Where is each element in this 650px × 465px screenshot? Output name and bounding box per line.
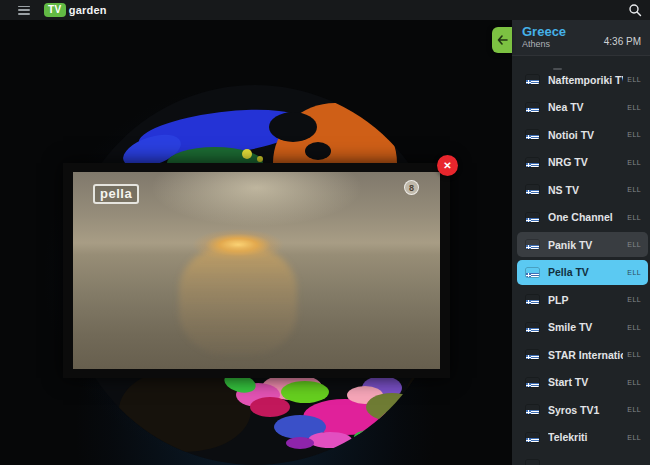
video-player: ✕ pella 8	[63, 163, 450, 378]
greek-flag-icon	[526, 405, 539, 414]
brand-logo[interactable]: TV garden	[44, 3, 107, 17]
app-screen: TV garden ✕ pella 8 Greece Athens 4:36 P…	[0, 0, 650, 465]
greek-flag-icon	[526, 323, 539, 332]
greek-flag-icon	[526, 268, 539, 277]
channel-name: PLP	[548, 294, 623, 306]
greek-flag-icon	[526, 185, 539, 194]
greek-flag-icon	[526, 213, 539, 222]
channel-row[interactable]: NRG TV ELL	[517, 150, 648, 175]
close-icon[interactable]: ✕	[437, 155, 458, 176]
local-time: 4:36 PM	[604, 36, 641, 47]
channel-name: NRG TV	[548, 156, 623, 168]
channel-list[interactable]: Naftemporiki TV ELL Nea TV ELL	[512, 56, 650, 465]
channel-name: Notioi TV	[548, 129, 623, 141]
channel-lang: ELL	[627, 296, 641, 303]
brand-garden-label: garden	[69, 4, 107, 16]
channel-name: Pella TV	[548, 266, 623, 278]
channel-lang: ELL	[627, 159, 641, 166]
channel-name: Naftemporiki TV	[548, 74, 623, 86]
channel-row[interactable]: Syros TV1 ELL	[517, 397, 648, 422]
greek-flag-icon	[526, 158, 539, 167]
channel-name: Smile TV	[548, 321, 623, 333]
greek-flag-icon	[526, 378, 539, 387]
sidebar-collapse-button[interactable]	[492, 27, 512, 53]
search-icon[interactable]	[628, 3, 642, 17]
channel-lang: ELL	[627, 269, 641, 276]
greek-flag-icon	[526, 350, 539, 359]
channel-name: NS TV	[548, 184, 623, 196]
greek-flag-icon	[526, 433, 539, 442]
channel-row[interactable]: Notioi TV ELL	[517, 122, 648, 147]
channel-row[interactable]: PLP ELL	[517, 287, 648, 312]
channel-row[interactable]: Pella TV ELL	[517, 260, 648, 285]
back-arrow-icon	[497, 35, 508, 45]
greek-flag-icon	[526, 240, 539, 249]
channel-lang: ELL	[627, 76, 641, 83]
channel-lang: ELL	[627, 406, 641, 413]
channel-lang: ELL	[627, 186, 641, 193]
channel-watermark: pella	[93, 184, 139, 204]
channel-lang: ELL	[627, 351, 641, 358]
channel-name: One Channel	[548, 211, 623, 223]
channel-row[interactable]: Smile TV ELL	[517, 315, 648, 340]
channel-lang: ELL	[627, 131, 641, 138]
video-stream[interactable]: pella 8	[73, 172, 440, 369]
channel-row[interactable]: Panik TV ELL	[517, 232, 648, 257]
sidebar-header: Greece Athens 4:36 PM	[512, 20, 650, 56]
channel-lang: ELL	[627, 434, 641, 441]
channel-row[interactable]: One Channel ELL	[517, 205, 648, 230]
greek-flag-icon	[526, 295, 539, 304]
scroll-notch	[553, 68, 562, 70]
channel-lang: ELL	[627, 241, 641, 248]
channel-name: Start TV	[548, 376, 623, 388]
channel-name: Syros TV1	[548, 404, 623, 416]
topbar: TV garden	[0, 0, 650, 20]
channel-row[interactable]: Nea TV ELL	[517, 95, 648, 120]
channel-name: Nea TV	[548, 101, 623, 113]
greek-flag-icon	[526, 75, 539, 84]
channel-lang: ELL	[627, 214, 641, 221]
channel-row[interactable]: Start TV ELL	[517, 370, 648, 395]
channel-row[interactable]	[517, 452, 648, 465]
sun-reflection	[179, 247, 296, 355]
channel-lang: ELL	[627, 379, 641, 386]
channel-row[interactable]: STAR International ELL	[517, 342, 648, 367]
channel-row[interactable]: Naftemporiki TV ELL	[517, 67, 648, 92]
channel-row[interactable]: Telekriti ELL	[517, 425, 648, 450]
menu-icon[interactable]	[18, 6, 30, 15]
channel-name: STAR International	[548, 349, 623, 361]
greek-flag-icon	[526, 460, 539, 465]
greek-flag-icon	[526, 130, 539, 139]
channel-name: Telekriti	[548, 431, 623, 443]
channel-sidebar: Greece Athens 4:36 PM Naftemporiki TV EL…	[512, 20, 650, 465]
channel-lang: ELL	[627, 324, 641, 331]
channel-row[interactable]: NS TV ELL	[517, 177, 648, 202]
tv-logo-badge: TV	[44, 3, 66, 17]
channel-badge: 8	[404, 180, 419, 195]
channel-name: Panik TV	[548, 239, 623, 251]
greek-flag-icon	[526, 103, 539, 112]
channel-lang: ELL	[627, 104, 641, 111]
